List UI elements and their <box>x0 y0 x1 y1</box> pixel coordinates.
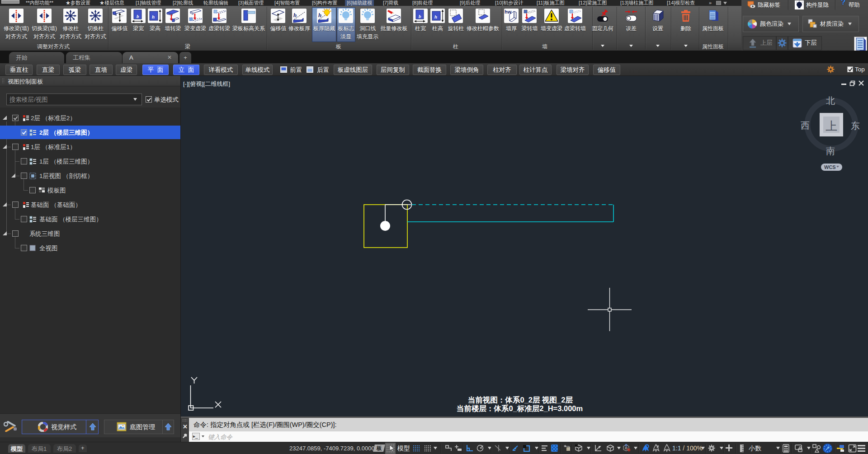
svg-text:b: b <box>137 14 139 19</box>
svg-text:h: h <box>434 14 437 19</box>
svg-text:h: h <box>318 12 321 19</box>
svg-text:h: h <box>152 14 155 19</box>
svg-text:b: b <box>419 14 421 19</box>
svg-text:h: h <box>293 12 297 19</box>
